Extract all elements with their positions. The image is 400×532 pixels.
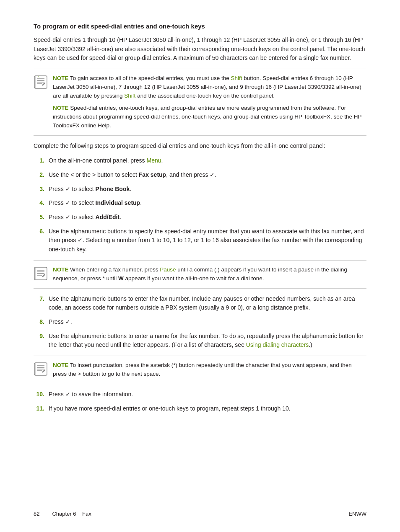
step-content-4: Press ✓ to select Individual setup. — [49, 199, 366, 208]
intro-paragraph: Speed-dial entries 1 through 10 (HP Lase… — [34, 36, 366, 63]
complete-text: Complete the following steps to program … — [34, 142, 366, 151]
step-9: 9. Use the alphanumeric buttons to enter… — [34, 332, 366, 350]
step-content-9: Use the alphanumeric buttons to enter a … — [49, 332, 366, 350]
enww-label: ENWW — [348, 511, 366, 517]
svg-text:✎: ✎ — [38, 75, 39, 78]
page-number: 82 — [34, 511, 39, 517]
note-icon-3 — [34, 362, 48, 376]
svg-marker-5 — [42, 83, 45, 86]
step-5: 5. Press ✓ to select Add/Edit. — [34, 213, 366, 222]
note-box-2: NOTE When entering a fax number, press P… — [34, 260, 366, 289]
steps-list-2: 7. Use the alphanumeric buttons to enter… — [34, 294, 366, 350]
svg-marker-13 — [42, 274, 45, 277]
note1-label: NOTE — [53, 75, 69, 81]
steps-list-1: 1. On the all-in-one control panel, pres… — [34, 156, 366, 254]
step-3: 3. Press ✓ to select Phone Book. — [34, 185, 366, 194]
step-content-7: Use the alphanumeric buttons to enter th… — [49, 294, 366, 312]
step-4: 4. Press ✓ to select Individual setup. — [34, 199, 366, 208]
note-box-1: ✎ NOTE To gain access to all of the spee… — [34, 69, 366, 136]
shift-link-1[interactable]: Shift — [231, 75, 242, 81]
step-num-11: 11. — [34, 404, 44, 413]
step-11: 11. If you have more speed-dial entries … — [34, 404, 366, 413]
svg-marker-20 — [42, 369, 45, 373]
step-num-1: 1. — [34, 156, 44, 165]
menu-link[interactable]: Menu — [146, 157, 161, 164]
step-num-5: 5. — [34, 213, 44, 222]
note2-paragraph: NOTE Speed-dial entries, one-touch keys,… — [53, 104, 366, 130]
step-content-10: Press ✓ to save the information. — [49, 390, 366, 399]
shift-link-2[interactable]: Shift — [124, 93, 135, 99]
step-2: 2. Use the < or the > button to select F… — [34, 170, 366, 180]
step-1: 1. On the all-in-one control panel, pres… — [34, 156, 366, 165]
note-content-2: NOTE When entering a fax number, press P… — [53, 266, 366, 283]
pause-link[interactable]: Pause — [160, 266, 176, 273]
note-content-3: NOTE To insert punctuation, press the as… — [53, 361, 366, 379]
step-num-3: 3. — [34, 185, 44, 194]
step-content-8: Press ✓. — [49, 318, 366, 327]
note2-body: NOTE When entering a fax number, press P… — [53, 266, 366, 283]
step-num-9: 9. — [34, 332, 44, 350]
step-content-5: Press ✓ to select Add/Edit. — [49, 213, 366, 222]
note2-label-box2: NOTE — [53, 266, 69, 273]
step-num-8: 8. — [34, 318, 44, 327]
note1-paragraph: NOTE To gain access to all of the speed-… — [53, 74, 366, 101]
step-8: 8. Press ✓. — [34, 318, 366, 327]
note3-label: NOTE — [53, 362, 69, 368]
step-7: 7. Use the alphanumeric buttons to enter… — [34, 294, 366, 312]
step-content-6: Use the alphanumeric buttons to specify … — [49, 227, 366, 254]
chapter-label: Chapter 6 Fax — [52, 511, 91, 517]
page-footer: 82 Chapter 6 Fax ENWW — [0, 508, 400, 517]
note2-label: NOTE — [53, 105, 69, 111]
steps-list-3: 10. Press ✓ to save the information. 11.… — [34, 390, 366, 413]
note3-body: NOTE To insert punctuation, press the as… — [53, 361, 366, 379]
step-content-2: Use the < or the > button to select Fax … — [49, 170, 366, 180]
step-content-3: Press ✓ to select Phone Book. — [49, 185, 366, 194]
step-num-4: 4. — [34, 199, 44, 208]
section-title: To program or edit speed-dial entries an… — [34, 23, 366, 30]
step-10: 10. Press ✓ to save the information. — [34, 390, 366, 399]
step-content-1: On the all-in-one control panel, press M… — [49, 156, 366, 165]
step-num-10: 10. — [34, 390, 44, 399]
step-num-2: 2. — [34, 170, 44, 180]
step-num-7: 7. — [34, 294, 44, 312]
step-num-6: 6. — [34, 227, 44, 254]
step-6: 6. Use the alphanumeric buttons to speci… — [34, 227, 366, 254]
footer-left: 82 Chapter 6 Fax — [34, 511, 91, 517]
note-box-3: NOTE To insert punctuation, press the as… — [34, 356, 366, 384]
dialing-chars-link[interactable]: Using dialing characters — [246, 341, 309, 348]
note-content-1: NOTE To gain access to all of the speed-… — [53, 74, 366, 130]
note-icon-2 — [34, 266, 48, 281]
step-content-11: If you have more speed-dial entries or o… — [49, 404, 366, 413]
note-icon-1: ✎ — [34, 75, 48, 89]
